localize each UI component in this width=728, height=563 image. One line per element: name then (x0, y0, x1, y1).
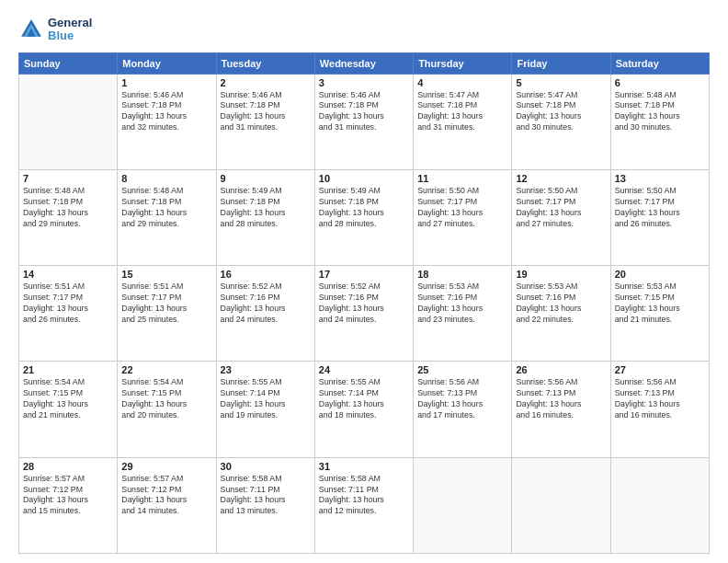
table-row: 12Sunrise: 5:50 AM Sunset: 7:17 PM Dayli… (512, 169, 610, 265)
col-saturday: Saturday (610, 52, 709, 74)
day-number: 21 (23, 364, 113, 375)
day-info: Sunrise: 5:49 AM Sunset: 7:18 PM Dayligh… (221, 186, 311, 230)
day-info: Sunrise: 5:50 AM Sunset: 7:17 PM Dayligh… (516, 186, 606, 230)
table-row: 18Sunrise: 5:53 AM Sunset: 7:16 PM Dayli… (414, 266, 512, 362)
table-row: 2Sunrise: 5:46 AM Sunset: 7:18 PM Daylig… (216, 74, 314, 169)
day-info: Sunrise: 5:53 AM Sunset: 7:16 PM Dayligh… (516, 282, 606, 326)
table-row: 17Sunrise: 5:52 AM Sunset: 7:16 PM Dayli… (314, 266, 413, 362)
day-number: 18 (417, 269, 507, 280)
table-row (512, 457, 610, 553)
day-info: Sunrise: 5:55 AM Sunset: 7:14 PM Dayligh… (319, 377, 409, 421)
table-row: 10Sunrise: 5:49 AM Sunset: 7:18 PM Dayli… (314, 169, 413, 265)
day-info: Sunrise: 5:46 AM Sunset: 7:18 PM Dayligh… (319, 90, 409, 134)
day-info: Sunrise: 5:58 AM Sunset: 7:11 PM Dayligh… (221, 474, 311, 518)
day-number: 15 (121, 269, 211, 280)
col-wednesday: Wednesday (314, 52, 413, 74)
day-number: 30 (221, 461, 311, 472)
day-info: Sunrise: 5:48 AM Sunset: 7:18 PM Dayligh… (23, 186, 113, 230)
logo-icon (18, 17, 44, 42)
day-info: Sunrise: 5:47 AM Sunset: 7:18 PM Dayligh… (417, 90, 507, 134)
calendar-week-row: 28Sunrise: 5:57 AM Sunset: 7:12 PM Dayli… (19, 457, 710, 553)
table-row: 14Sunrise: 5:51 AM Sunset: 7:17 PM Dayli… (19, 266, 118, 362)
table-row: 27Sunrise: 5:56 AM Sunset: 7:13 PM Dayli… (610, 362, 709, 457)
page: General Blue Sunday Monday Tuesday Wedne… (0, 0, 728, 563)
table-row: 31Sunrise: 5:58 AM Sunset: 7:11 PM Dayli… (314, 457, 413, 553)
table-row: 29Sunrise: 5:57 AM Sunset: 7:12 PM Dayli… (118, 457, 216, 553)
day-number: 19 (516, 269, 606, 280)
day-info: Sunrise: 5:49 AM Sunset: 7:18 PM Dayligh… (319, 186, 409, 230)
day-info: Sunrise: 5:47 AM Sunset: 7:18 PM Dayligh… (516, 90, 606, 134)
day-number: 5 (516, 77, 606, 88)
table-row: 15Sunrise: 5:51 AM Sunset: 7:17 PM Dayli… (118, 266, 216, 362)
day-number: 11 (417, 173, 507, 184)
table-row: 11Sunrise: 5:50 AM Sunset: 7:17 PM Dayli… (414, 169, 512, 265)
table-row: 21Sunrise: 5:54 AM Sunset: 7:15 PM Dayli… (19, 362, 118, 457)
day-number: 8 (121, 173, 211, 184)
day-number: 9 (221, 173, 311, 184)
day-number: 1 (121, 77, 211, 88)
day-info: Sunrise: 5:50 AM Sunset: 7:17 PM Dayligh… (417, 186, 507, 230)
day-info: Sunrise: 5:51 AM Sunset: 7:17 PM Dayligh… (23, 282, 113, 326)
logo-text: General Blue (48, 17, 92, 43)
day-number: 25 (417, 364, 507, 375)
day-number: 16 (221, 269, 311, 280)
day-info: Sunrise: 5:46 AM Sunset: 7:18 PM Dayligh… (121, 90, 211, 134)
table-row (610, 457, 709, 553)
table-row: 6Sunrise: 5:48 AM Sunset: 7:18 PM Daylig… (610, 74, 709, 169)
day-info: Sunrise: 5:53 AM Sunset: 7:15 PM Dayligh… (615, 282, 705, 326)
table-row: 4Sunrise: 5:47 AM Sunset: 7:18 PM Daylig… (414, 74, 512, 169)
day-info: Sunrise: 5:58 AM Sunset: 7:11 PM Dayligh… (319, 474, 409, 518)
table-row: 28Sunrise: 5:57 AM Sunset: 7:12 PM Dayli… (19, 457, 118, 553)
day-info: Sunrise: 5:50 AM Sunset: 7:17 PM Dayligh… (615, 186, 705, 230)
day-number: 12 (516, 173, 606, 184)
table-row: 13Sunrise: 5:50 AM Sunset: 7:17 PM Dayli… (610, 169, 709, 265)
day-number: 10 (319, 173, 409, 184)
day-number: 27 (615, 364, 705, 375)
table-row: 8Sunrise: 5:48 AM Sunset: 7:18 PM Daylig… (118, 169, 216, 265)
day-info: Sunrise: 5:52 AM Sunset: 7:16 PM Dayligh… (221, 282, 311, 326)
day-number: 28 (23, 461, 113, 472)
day-info: Sunrise: 5:54 AM Sunset: 7:15 PM Dayligh… (23, 377, 113, 421)
calendar-week-row: 21Sunrise: 5:54 AM Sunset: 7:15 PM Dayli… (19, 362, 710, 457)
table-row: 23Sunrise: 5:55 AM Sunset: 7:14 PM Dayli… (216, 362, 314, 457)
day-number: 23 (221, 364, 311, 375)
day-info: Sunrise: 5:48 AM Sunset: 7:18 PM Dayligh… (615, 90, 705, 134)
table-row: 26Sunrise: 5:56 AM Sunset: 7:13 PM Dayli… (512, 362, 610, 457)
table-row: 20Sunrise: 5:53 AM Sunset: 7:15 PM Dayli… (610, 266, 709, 362)
day-number: 4 (417, 77, 507, 88)
day-info: Sunrise: 5:52 AM Sunset: 7:16 PM Dayligh… (319, 282, 409, 326)
calendar-week-row: 7Sunrise: 5:48 AM Sunset: 7:18 PM Daylig… (19, 169, 710, 265)
table-row: 19Sunrise: 5:53 AM Sunset: 7:16 PM Dayli… (512, 266, 610, 362)
table-row: 22Sunrise: 5:54 AM Sunset: 7:15 PM Dayli… (118, 362, 216, 457)
col-thursday: Thursday (414, 52, 512, 74)
day-number: 24 (319, 364, 409, 375)
logo: General Blue (18, 17, 92, 43)
day-info: Sunrise: 5:46 AM Sunset: 7:18 PM Dayligh… (221, 90, 311, 134)
header: General Blue (18, 17, 710, 43)
day-info: Sunrise: 5:53 AM Sunset: 7:16 PM Dayligh… (417, 282, 507, 326)
table-row (19, 74, 118, 169)
day-info: Sunrise: 5:48 AM Sunset: 7:18 PM Dayligh… (121, 186, 211, 230)
col-sunday: Sunday (19, 52, 118, 74)
col-tuesday: Tuesday (216, 52, 314, 74)
table-row (414, 457, 512, 553)
day-info: Sunrise: 5:57 AM Sunset: 7:12 PM Dayligh… (23, 474, 113, 518)
col-monday: Monday (118, 52, 216, 74)
table-row: 16Sunrise: 5:52 AM Sunset: 7:16 PM Dayli… (216, 266, 314, 362)
day-info: Sunrise: 5:56 AM Sunset: 7:13 PM Dayligh… (615, 377, 705, 421)
table-row: 30Sunrise: 5:58 AM Sunset: 7:11 PM Dayli… (216, 457, 314, 553)
table-row: 5Sunrise: 5:47 AM Sunset: 7:18 PM Daylig… (512, 74, 610, 169)
day-number: 29 (121, 461, 211, 472)
table-row: 3Sunrise: 5:46 AM Sunset: 7:18 PM Daylig… (314, 74, 413, 169)
calendar-table: Sunday Monday Tuesday Wednesday Thursday… (18, 52, 710, 554)
day-number: 20 (615, 269, 705, 280)
day-number: 17 (319, 269, 409, 280)
day-number: 22 (121, 364, 211, 375)
day-number: 31 (319, 461, 409, 472)
day-number: 3 (319, 77, 409, 88)
day-info: Sunrise: 5:51 AM Sunset: 7:17 PM Dayligh… (121, 282, 211, 326)
day-info: Sunrise: 5:56 AM Sunset: 7:13 PM Dayligh… (417, 377, 507, 421)
day-number: 7 (23, 173, 113, 184)
calendar-header-row: Sunday Monday Tuesday Wednesday Thursday… (19, 52, 710, 74)
day-number: 26 (516, 364, 606, 375)
